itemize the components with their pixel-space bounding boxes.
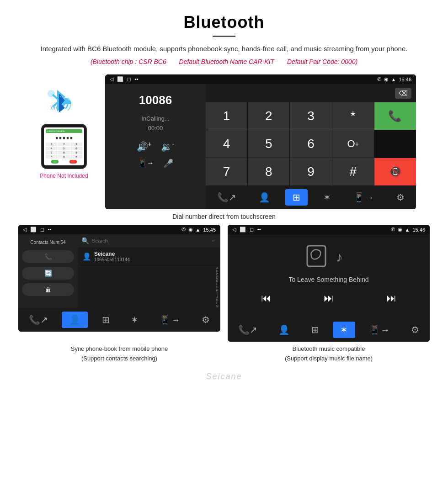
key-7[interactable]: 7 — [206, 158, 247, 185]
contacts-nav-bt[interactable]: ✶ — [123, 312, 146, 328]
call-icon: ✆ — [391, 227, 395, 233]
key-6[interactable]: 6 — [290, 130, 331, 158]
key-0plus[interactable]: O+ — [332, 130, 374, 158]
key-1[interactable]: 1 — [206, 102, 247, 130]
contacts-right-panel: 🔍 ← 👤 Seicane 10655059113144 — [78, 234, 220, 308]
transfer-button[interactable]: 📱→ — [138, 159, 154, 169]
contact-list-item[interactable]: 👤 Seicane 10655059113144 — [78, 247, 220, 266]
play-pause-button[interactable]: ⏭ — [324, 292, 334, 304]
wifi-icon: ▲ — [196, 227, 201, 233]
notification-icon: ▪▪ — [135, 76, 139, 82]
music-controls: ⏮ ⏭ ⏭ — [235, 288, 423, 309]
key-6[interactable]: 6 — [70, 147, 82, 150]
key-4[interactable]: 4 — [206, 130, 247, 158]
header-description: Integrated with BC6 Bluetooth module, su… — [18, 43, 430, 54]
contacts-search-input[interactable] — [92, 238, 208, 243]
watermark-text: Seicane — [206, 372, 242, 381]
contacts-nav-transfer[interactable]: 📱→ — [152, 312, 187, 328]
key-4[interactable]: 4 — [46, 147, 58, 150]
key-0[interactable]: 0 — [58, 155, 70, 159]
call-timer: 00:00 — [141, 124, 169, 133]
nav-bluetooth[interactable]: ✶ — [316, 189, 338, 206]
key-star[interactable]: * — [46, 155, 58, 159]
music-statusbar-right: ✆ ◉ ▲ 15:46 — [391, 227, 425, 233]
music-nav-call[interactable]: 📞↗ — [231, 322, 265, 338]
music-screen-wrap: ◁ ⬜ ◻ ▪▪ ✆ ◉ ▲ 15:46 — [228, 225, 430, 342]
music-nav-contacts[interactable]: 👤 — [271, 322, 297, 338]
loc-icon: ◉ — [188, 227, 193, 233]
bluetooth-icon-area: ☁ )))) — [46, 88, 82, 120]
key-hash[interactable]: # — [70, 155, 82, 159]
nav-settings[interactable]: ⚙ — [389, 189, 412, 206]
calling-status: InCalling... — [141, 114, 169, 124]
back-icon: ◁ — [23, 227, 27, 233]
key-3[interactable]: 3 — [290, 102, 331, 130]
vol-down-button[interactable]: 🔉- — [161, 140, 175, 152]
key-3[interactable]: 3 — [70, 143, 82, 146]
svg-text:♪: ♪ — [336, 249, 343, 264]
statusbar-right: ✆ ◉ ▲ 15:46 — [377, 76, 411, 82]
bottom-captions: Sync phone-book from mobile phone(Suppor… — [0, 342, 448, 368]
nav-call[interactable]: 📞↗ — [210, 189, 244, 206]
contacts-nav-settings[interactable]: ⚙ — [194, 312, 217, 328]
nav-transfer[interactable]: 📱→ — [346, 189, 381, 206]
statusbar-time: 15:46 — [399, 77, 411, 82]
keypad-grid: 1 2 3 * 📞 4 5 6 O+ 7 8 9 # 📵 — [206, 102, 416, 185]
key-9[interactable]: 9 — [290, 158, 331, 185]
contacts-statusbar-right: ✆ ◉ ▲ 15:45 — [181, 227, 216, 233]
music-caption-text: Bluetooth music compatible(Support displ… — [285, 345, 373, 362]
key-8[interactable]: 8 — [248, 158, 289, 185]
contacts-caption: Sync phone-book from mobile phone(Suppor… — [18, 342, 220, 368]
contacts-nav-keypad[interactable]: ⊞ — [95, 312, 117, 328]
delete-action-btn[interactable]: 🗑 — [22, 283, 74, 296]
call-action-btn[interactable]: 📞 — [22, 250, 74, 263]
key-9[interactable]: 9 — [70, 151, 82, 154]
music-nav-bt[interactable]: ✶ — [333, 322, 355, 338]
song-title: To Leave Something Behind — [288, 276, 368, 283]
key-5[interactable]: 5 — [58, 147, 70, 150]
alpha-index-container: A B C D E F G H I J K L M — [78, 266, 220, 308]
spec-name: Default Bluetooth Name CAR-KIT — [179, 58, 275, 65]
music-nav-settings[interactable]: ⚙ — [404, 322, 427, 338]
key-1[interactable]: 1 — [46, 143, 58, 146]
contacts-search-bar: 🔍 ← — [78, 234, 220, 247]
key-7[interactable]: 7 — [46, 151, 58, 154]
loc-icon: ◉ — [398, 227, 402, 233]
key-hash[interactable]: # — [332, 158, 374, 185]
prev-track-button[interactable]: ⏮ — [261, 292, 271, 304]
nav-contacts[interactable]: 👤 — [251, 189, 277, 206]
music-nav-keypad[interactable]: ⊞ — [304, 322, 326, 338]
vol-up-button[interactable]: 🔊+ — [137, 140, 152, 152]
music-nav-transfer[interactable]: 📱→ — [362, 322, 397, 338]
phone-mock-call-btn[interactable] — [51, 160, 59, 164]
contacts-nav-contacts[interactable]: 👤 — [62, 312, 88, 328]
contacts-caption-text: Sync phone-book from mobile phone(Suppor… — [71, 345, 168, 362]
key-5[interactable]: 5 — [248, 130, 289, 158]
contacts-nav-call[interactable]: 📞↗ — [21, 312, 55, 328]
music-content: ♪ To Leave Something Behind ⏮ ⏭ ⏭ — [228, 234, 430, 318]
mic-button[interactable]: 🎤 — [163, 159, 173, 169]
key-star[interactable]: * — [332, 102, 374, 130]
next-track-button[interactable]: ⏭ — [386, 292, 396, 304]
contacts-statusbar: ◁ ⬜ ◻ ▪▪ ✆ ◉ ▲ 15:45 — [18, 225, 220, 234]
contacts-left-panel: Contacts Num:54 📞 🔄 🗑 — [18, 234, 78, 308]
call-button[interactable]: 📞 — [374, 102, 416, 130]
key-2[interactable]: 2 — [248, 102, 289, 130]
contacts-count: Contacts Num:54 — [22, 238, 74, 247]
dial-android-screen: ◁ ⬜ ◻ ▪▪ ✆ ◉ ▲ 15:46 10086 InCalling... … — [105, 74, 416, 209]
contact-avatar-icon: 👤 — [82, 252, 91, 261]
header-specs: (Bluetooth chip : CSR BC6 Default Blueto… — [18, 58, 430, 65]
contacts-layout: Contacts Num:54 📞 🔄 🗑 🔍 ← 👤 — [18, 234, 220, 308]
music-bottom-nav: 📞↗ 👤 ⊞ ✶ 📱→ ⚙ — [228, 318, 430, 342]
main-screenshot-row: ☁ )))) + Add to Contacts ■ ■ ■ ■ ■ — [0, 70, 448, 209]
key-2[interactable]: 2 — [58, 143, 70, 146]
key-8[interactable]: 8 — [58, 151, 70, 154]
notif-icon: ▪▪ — [48, 227, 52, 233]
backspace-button[interactable]: ⌫ — [395, 88, 411, 99]
nav-keypad[interactable]: ⊞ — [285, 189, 308, 206]
phone-mock-end-btn[interactable] — [69, 160, 77, 164]
end-call-button[interactable]: 📵 — [374, 158, 416, 185]
search-backspace-icon: ← — [211, 238, 217, 244]
sync-action-btn[interactable]: 🔄 — [22, 267, 74, 280]
music-note-svg-icon: ♪ — [335, 247, 353, 265]
